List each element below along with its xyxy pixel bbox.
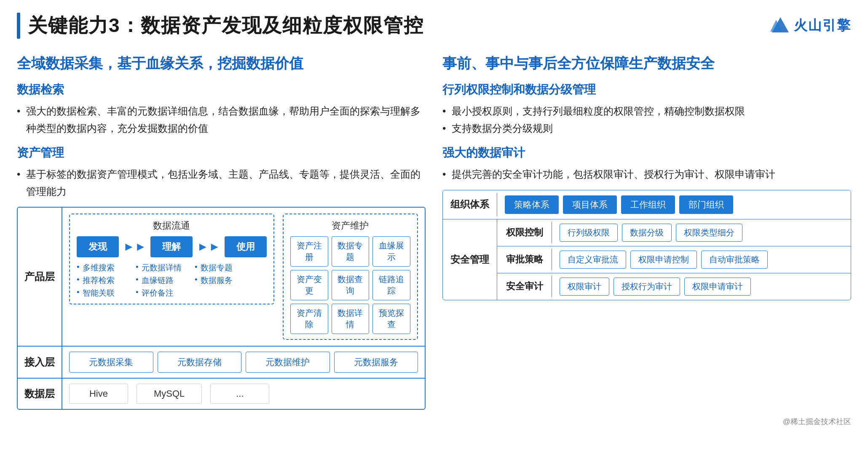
logo-area: 火山引擎 [770,16,851,35]
flow-bullets: 多维搜索 推荐检索 智能关联 元数据详情 血缘链路 评价备注 [77,262,267,299]
flow-col2-item1: 元数据详情 [136,262,182,273]
product-inner: 数据流通 发现 ►► 理解 ►► 使用 多维搜索 [69,214,418,340]
flow-col3-item2: 数据服务 [195,275,241,286]
sm-tag-0-0: 行列级权限 [560,224,618,242]
sm-row-label-audit: 安全审计 [497,276,552,297]
asset-cell-4: 数据查询 [332,270,370,300]
asset-grid: 资产注册 数据专题 血缘展示 资产变更 数据查询 链路追踪 资产清除 数据详情 … [290,236,410,334]
org-row: 组织体系 策略体系 项目体系 工作组织 部门组织 [443,190,851,219]
sm-tag-1-0: 自定义审批流 [560,251,626,269]
data-search-title: 数据检索 [17,82,426,98]
flow-col3-item1: 数据专题 [195,262,241,273]
asset-cell-8: 预览探查 [372,304,410,334]
data-audit-bullets: 提供完善的安全审计功能，包括权限审计、授权行为审计、权限申请审计 [442,166,851,183]
sm-outer: 安全管理 权限控制 行列级权限 数据分级 权限类型细分 审批策略 [443,219,851,300]
product-layer: 产品层 数据流通 发现 ►► 理解 ►► 使用 [18,208,425,347]
asset-cell-2: 血缘展示 [372,236,410,267]
flow-col1-item3: 智能关联 [77,288,123,299]
product-layer-label: 产品层 [18,208,62,346]
access-box-3: 元数据服务 [334,352,418,373]
asset-mgmt-bullet-1: 基于标签的数据资产管理模式，包括业务域、主题、产品线、专题等，提供灵活、全面的管… [17,166,426,200]
logo-icon [770,16,790,35]
sm-row-tags-audit: 权限审计 授权行为审计 权限申请审计 [552,273,851,300]
row-col-control-title: 行列权限控制和数据分级管理 [442,82,851,98]
access-box-2: 元数据维护 [246,352,330,373]
flow-arrow-2: ►► [197,240,220,254]
data-content: Hive MySQL ... [62,379,425,409]
page-header: 关键能力3：数据资产发现及细粒度权限管控 火山引擎 [17,13,851,39]
asset-mgmt-bullets: 基于标签的数据资产管理模式，包括业务域、主题、产品线、专题等，提供灵活、全面的管… [17,166,426,200]
org-tags: 策略体系 项目体系 工作组织 部门组织 [497,190,851,219]
org-tag-3: 部门组织 [679,195,733,214]
flow-box-find: 发现 [77,236,119,257]
flow-col-2: 元数据详情 血缘链路 评价备注 [136,262,182,299]
left-main-title: 全域数据采集，基于血缘关系，挖掘数据价值 [17,54,426,72]
sm-tag-1-1: 权限申请控制 [630,251,697,269]
asset-cell-5: 链路追踪 [372,270,410,300]
org-tag-2: 工作组织 [621,195,675,214]
data-search-bullets: 强大的数据检索、丰富的元数据详细信息，结合数据血缘，帮助用户全面的探索与理解多种… [17,103,426,137]
sm-row-label-0: 权限控制 [497,222,552,243]
flow-col-1: 多维搜索 推荐检索 智能关联 [77,262,123,299]
flow-col1-item1: 多维搜索 [77,262,123,273]
access-box-1: 元数据存储 [158,352,242,373]
logo-text: 火山引擎 [794,16,851,35]
access-box-0: 元数据采集 [69,352,153,373]
flow-box-use: 使用 [225,236,267,257]
asset-cell-0: 资产注册 [290,236,328,267]
row-col-bullet-1: 最小授权原则，支持行列最细粒度的权限管控，精确控制数据权限 [442,103,851,120]
footer-text: @稀土掘金技术社区 [783,417,851,426]
data-layer-label: 数据层 [18,379,62,409]
access-layer-label: 接入层 [18,347,62,378]
flow-col-3: 数据专题 数据服务 [195,262,241,299]
flow-col2-item2: 血缘链路 [136,275,182,286]
asset-cell-6: 资产清除 [290,304,328,334]
arch-diagram: 产品层 数据流通 发现 ►► 理解 ►► 使用 [17,207,426,410]
row-col-bullet-2: 支持数据分类分级规则 [442,120,851,137]
title-bar-decoration [17,13,20,39]
right-main-title: 事前、事中与事后全方位保障生产数据安全 [442,54,851,72]
flow-boxes: 发现 ►► 理解 ►► 使用 [77,236,267,257]
sm-row-1: 审批策略 自定义审批流 权限申请控制 自动审批策略 [497,246,851,273]
flow-box-understand: 理解 [150,236,193,257]
sm-tag-audit-0: 权限审计 [560,278,609,296]
asset-cell-3: 资产变更 [290,270,328,300]
row-col-control-bullets: 最小授权原则，支持行列最细粒度的权限管控，精确控制数据权限 支持数据分类分级规则 [442,103,851,137]
sm-row-label-1: 审批策略 [497,249,552,270]
access-layer: 接入层 元数据采集 元数据存储 元数据维护 元数据服务 [18,347,425,379]
sm-tag-0-2: 权限类型细分 [676,224,742,242]
data-search-bullet-1: 强大的数据检索、丰富的元数据详细信息，结合数据血缘，帮助用户全面的探索与理解多种… [17,103,426,137]
data-box-mysql: MySQL [137,384,202,404]
flow-arrow-1: ►► [123,240,146,254]
security-table: 组织体系 策略体系 项目体系 工作组织 部门组织 安全管理 权限控制 行列级权限 [442,190,851,300]
sm-row-audit: 安全审计 权限审计 授权行为审计 权限申请审计 [497,273,851,300]
right-panel: 事前、事中与事后全方位保障生产数据安全 行列权限控制和数据分级管理 最小授权原则… [442,54,851,410]
data-flow-section: 数据流通 发现 ►► 理解 ►► 使用 多维搜索 [69,214,274,304]
data-box-hive: Hive [69,384,128,404]
sm-tag-1-2: 自动审批策略 [701,251,768,269]
org-tag-0: 策略体系 [505,195,559,214]
asset-mgmt-title: 资产管理 [17,145,426,161]
data-layer: 数据层 Hive MySQL ... [18,379,425,409]
asset-maint-title: 资产维护 [290,219,410,232]
data-audit-title: 强大的数据审计 [442,145,851,161]
access-content: 元数据采集 元数据存储 元数据维护 元数据服务 [62,347,425,378]
asset-cell-1: 数据专题 [332,236,370,267]
product-layer-content: 数据流通 发现 ►► 理解 ►► 使用 多维搜索 [62,208,425,346]
org-row-label: 组织体系 [443,193,497,216]
sm-tag-0-1: 数据分级 [622,224,672,242]
asset-cell-7: 数据详情 [332,304,370,334]
data-box-more: ... [210,384,269,404]
data-audit-bullet-1: 提供完善的安全审计功能，包括权限审计、授权行为审计、权限申请审计 [442,166,851,183]
sm-outer-label: 安全管理 [443,219,497,300]
data-flow-title: 数据流通 [77,219,267,232]
sm-row-tags-1: 自定义审批流 权限申请控制 自动审批策略 [552,246,851,273]
flow-col1-item2: 推荐检索 [77,275,123,286]
org-tag-1: 项目体系 [563,195,617,214]
sm-row-0: 权限控制 行列级权限 数据分级 权限类型细分 [497,219,851,246]
left-panel: 全域数据采集，基于血缘关系，挖掘数据价值 数据检索 强大的数据检索、丰富的元数据… [17,54,426,410]
sm-tag-audit-2: 权限申请审计 [684,278,751,296]
sm-rows: 权限控制 行列级权限 数据分级 权限类型细分 审批策略 自定义审批流 权限申请控… [497,219,851,300]
asset-section: 资产维护 资产注册 数据专题 血缘展示 资产变更 数据查询 链路追踪 资产清除 … [283,214,418,340]
main-content: 全域数据采集，基于血缘关系，挖掘数据价值 数据检索 强大的数据检索、丰富的元数据… [17,54,851,410]
